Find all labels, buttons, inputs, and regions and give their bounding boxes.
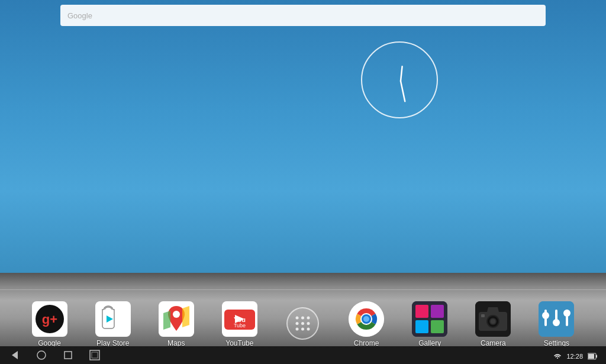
svg-point-19 (296, 327, 299, 330)
svg-marker-7 (182, 306, 189, 327)
recents-button[interactable] (62, 349, 74, 361)
svg-rect-52 (588, 354, 594, 359)
status-bar: 12:28 (553, 352, 597, 360)
svg-point-17 (301, 322, 304, 325)
nav-bar: 12:28 (0, 346, 606, 364)
svg-point-25 (363, 316, 369, 322)
maps-icon (159, 301, 194, 337)
app-icon-gallery[interactable]: Gallery (403, 301, 456, 347)
svg-text:g+: g+ (41, 312, 57, 327)
app-icon-maps[interactable]: Maps (150, 301, 203, 347)
clock-hour-hand (401, 66, 402, 81)
playstore-icon (95, 301, 131, 337)
wifi-icon (553, 352, 562, 360)
svg-text:Tube: Tube (234, 323, 246, 328)
svg-point-13 (296, 316, 299, 319)
home-button[interactable] (36, 349, 47, 361)
gallery-icon (412, 301, 447, 337)
svg-point-18 (307, 322, 310, 325)
status-time: 12:28 (566, 353, 583, 360)
svg-point-42 (553, 319, 560, 326)
dock-icons: g+ Google Play Store (18, 301, 588, 347)
clock-minute-hand (401, 81, 405, 101)
screenshot-button[interactable] (89, 349, 101, 361)
svg-point-40 (542, 312, 549, 319)
google-icon: g+ (32, 301, 67, 337)
youtube-icon: You Tube (222, 301, 257, 337)
svg-rect-49 (92, 352, 98, 358)
svg-point-14 (301, 316, 304, 319)
svg-rect-51 (596, 355, 597, 358)
svg-rect-37 (481, 314, 485, 317)
svg-rect-30 (431, 320, 444, 333)
svg-point-20 (301, 327, 304, 330)
svg-point-21 (307, 327, 310, 330)
search-placeholder: Google (67, 11, 92, 20)
svg-rect-28 (431, 305, 444, 318)
settings-icon (539, 301, 574, 337)
svg-rect-27 (415, 305, 428, 318)
svg-marker-6 (163, 311, 170, 330)
battery-icon (588, 353, 597, 360)
svg-point-15 (307, 316, 310, 319)
clock-widget (361, 41, 438, 118)
wallpaper (0, 0, 606, 273)
all-apps-icon (286, 307, 319, 340)
app-icon-camera[interactable]: Camera (466, 301, 520, 347)
svg-point-46 (37, 351, 46, 359)
app-icon-youtube[interactable]: You Tube YouTube (213, 301, 266, 347)
app-icon-settings[interactable]: Settings (530, 301, 583, 347)
app-icon-chrome[interactable]: Chrome (340, 301, 393, 347)
app-icon-google[interactable]: g+ Google (23, 301, 76, 347)
dock-divider (0, 289, 606, 290)
svg-point-16 (296, 322, 299, 325)
clock-circle (361, 41, 438, 118)
svg-rect-47 (65, 352, 72, 359)
svg-rect-48 (90, 350, 99, 360)
svg-point-44 (563, 310, 570, 317)
clock-face (362, 43, 439, 120)
app-icon-play-store[interactable]: Play Store (86, 301, 140, 347)
svg-point-5 (173, 311, 180, 318)
search-bar[interactable]: Google (60, 5, 546, 26)
chrome-icon (349, 301, 384, 337)
svg-point-36 (491, 319, 495, 324)
nav-buttons (9, 349, 101, 361)
app-icon-all-apps[interactable] (276, 307, 330, 342)
svg-marker-45 (12, 351, 18, 359)
screen: Google g+ Google (0, 0, 606, 364)
camera-icon (475, 301, 511, 337)
back-button[interactable] (9, 349, 21, 361)
svg-rect-29 (415, 320, 428, 333)
